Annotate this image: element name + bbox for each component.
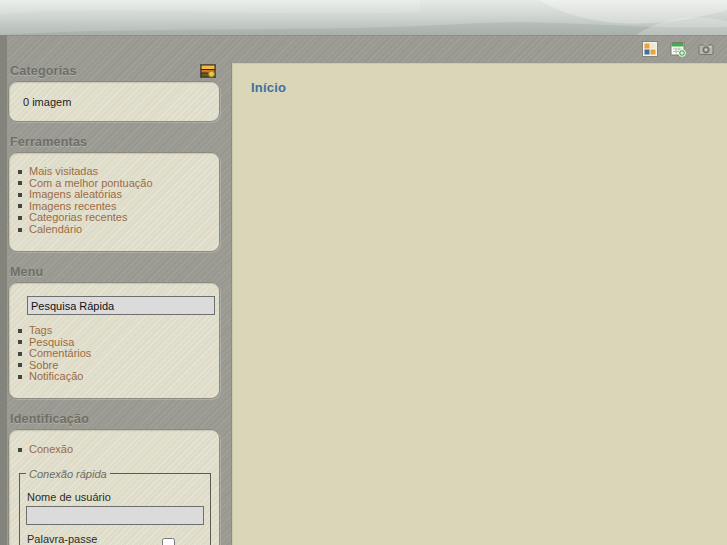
categories-box: 0 imagem [8,81,220,122]
auto-login-checkbox[interactable] [162,538,175,545]
list-item: Notificação [9,371,219,383]
link-notification[interactable]: Notificação [29,370,83,382]
link-most-visited[interactable]: Mais visitadas [29,165,98,177]
square-bullet-icon [18,170,22,174]
square-bullet-icon [18,193,22,197]
page-left-edge [0,35,7,545]
square-bullet-icon [18,228,22,232]
link-random-images[interactable]: Imagens aleatórias [29,188,122,200]
menu-box: Tags Pesquisa Comentários Sobre Notifica… [8,282,220,399]
categories-heading: Categorias [10,64,77,78]
square-bullet-icon [18,329,22,333]
image-count: 0 imagem [23,96,71,108]
square-bullet-icon [18,375,22,379]
square-bullet-icon [18,216,22,220]
link-tags[interactable]: Tags [29,324,52,336]
username-label: Nome de usuário [27,491,204,503]
square-bullet-icon [18,181,22,185]
menu-list: Tags Pesquisa Comentários Sobre Notifica… [9,325,219,383]
square-bullet-icon [18,340,22,344]
square-bullet-icon [18,448,22,452]
banner-waves-graphic [0,0,727,35]
quick-search-input[interactable] [27,296,215,315]
identification-heading: Identificação [10,412,220,426]
link-search[interactable]: Pesquisa [29,336,74,348]
thumbnails-view-icon[interactable] [642,41,658,57]
square-bullet-icon [18,352,22,356]
banner [0,0,727,36]
password-label: Palavra-passe [27,533,204,545]
calendar-add-icon[interactable] [670,41,686,57]
quick-connect-fieldset: Conexão rápida Nome de usuário Palavra-p… [19,468,211,545]
list-item: Conexão [9,444,219,456]
link-best-rated[interactable]: Com a melhor pontuação [29,177,153,189]
username-field[interactable] [26,506,204,525]
identification-box: Conexão Conexão rápida Nome de usuário P… [8,429,220,545]
link-connect[interactable]: Conexão [29,443,73,455]
image-feed-icon[interactable] [200,64,216,78]
square-bullet-icon [18,363,22,367]
tools-list: Mais visitadas Com a melhor pontuação Im… [9,166,219,236]
toolbar [642,41,714,57]
identification-list: Conexão [9,444,219,456]
main-content-panel: Início [231,62,727,545]
list-item: Calendário [9,224,219,236]
sidebar: Categorias 0 imagem Ferramentas Mais vis… [8,62,220,545]
camera-icon[interactable] [698,41,714,57]
quick-connect-legend: Conexão rápida [26,468,110,480]
link-recent-categories[interactable]: Categorias recentes [29,211,127,223]
page-title: Início [232,63,727,95]
link-comments[interactable]: Comentários [29,347,91,359]
tools-box: Mais visitadas Com a melhor pontuação Im… [8,152,220,252]
link-about[interactable]: Sobre [29,359,58,371]
link-calendar[interactable]: Calendário [29,223,82,235]
menu-heading: Menu [10,265,220,279]
link-recent-images[interactable]: Imagens recentes [29,200,116,212]
tools-heading: Ferramentas [10,135,220,149]
square-bullet-icon [18,204,22,208]
